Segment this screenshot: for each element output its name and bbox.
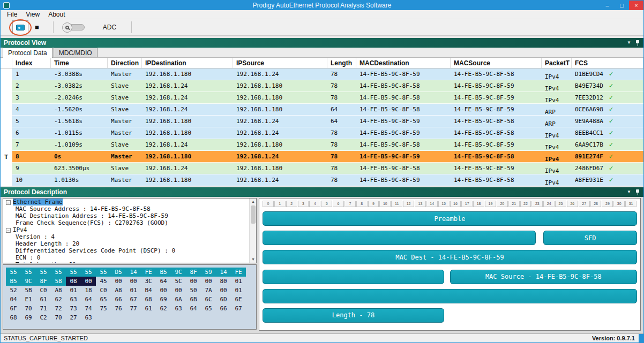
hex-byte[interactable]: 62 — [51, 295, 66, 304]
hex-byte[interactable]: 68 — [6, 313, 21, 322]
hex-byte[interactable]: 6C — [201, 295, 216, 304]
hex-byte[interactable]: 00 — [111, 277, 126, 286]
hex-byte[interactable]: 5C — [171, 277, 186, 286]
hex-byte[interactable]: C2 — [36, 313, 51, 322]
hex-byte[interactable]: 6F — [6, 304, 21, 313]
hex-byte[interactable]: 64 — [186, 304, 201, 313]
hex-byte[interactable]: 64 — [81, 295, 96, 304]
field-bar[interactable]: MAC Source - 14-FE-B5-9C-8F-58 — [450, 270, 638, 284]
hex-byte[interactable]: 55 — [66, 268, 81, 277]
table-row[interactable]: 6-1.0115sMaster192.168.1.180192.168.1.24… — [1, 127, 643, 139]
hex-byte[interactable]: 27 — [66, 313, 81, 322]
menu-about[interactable]: About — [44, 10, 69, 19]
hex-byte[interactable]: 63 — [81, 313, 96, 322]
tree-item[interactable]: −IPv4 — [3, 226, 256, 233]
hex-byte[interactable]: 59 — [201, 268, 216, 277]
collapse-arrow-icon[interactable]: ▼ — [627, 187, 631, 197]
tab-mdc-mdio[interactable]: MDC/MDIO — [54, 48, 98, 57]
table-row[interactable]: 5-1.5618sMaster192.168.1.180192.168.1.24… — [1, 116, 643, 127]
start-capture-button[interactable] — [12, 20, 28, 34]
hex-byte[interactable]: C0 — [36, 286, 51, 295]
pin-icon[interactable] — [635, 189, 640, 196]
hex-byte[interactable]: 76 — [111, 304, 126, 313]
hex-byte[interactable]: 77 — [126, 304, 141, 313]
hex-byte[interactable]: 67 — [126, 295, 141, 304]
adc-button[interactable]: ADC — [103, 24, 116, 31]
menu-view[interactable]: View — [21, 10, 44, 19]
hex-byte[interactable]: 6B — [186, 295, 201, 304]
column-header-ipdestination[interactable]: IPDestination — [142, 58, 233, 68]
tree-item[interactable]: ECN : 0 — [3, 254, 256, 261]
tree-item[interactable]: MAC Source Address : 14-FE-B5-9C-8F-58 — [3, 205, 256, 212]
hex-byte[interactable]: 00 — [186, 277, 201, 286]
hex-byte[interactable]: 70 — [51, 313, 66, 322]
hex-byte[interactable]: 9C — [171, 268, 186, 277]
hex-byte[interactable]: 00 — [171, 286, 186, 295]
tree-item[interactable]: Header Length : 20 — [3, 240, 256, 247]
hex-byte[interactable]: 08 — [66, 277, 81, 286]
hex-byte[interactable]: 01 — [231, 277, 246, 286]
hex-byte[interactable]: 55 — [21, 268, 36, 277]
hex-byte[interactable]: B5 — [156, 268, 171, 277]
table-row[interactable]: 4-1.5620sSlave192.168.1.24192.168.1.1806… — [1, 104, 643, 116]
hex-byte[interactable]: B4 — [141, 286, 156, 295]
column-header-macdestination[interactable]: MACDestination — [356, 58, 451, 68]
hex-byte[interactable]: 71 — [36, 304, 51, 313]
hex-byte[interactable]: 00 — [156, 286, 171, 295]
hex-byte[interactable]: 18 — [81, 286, 96, 295]
hex-byte[interactable]: 63 — [66, 295, 81, 304]
tree-item[interactable]: MAC Destination Address : 14-FE-B5-9C-8F… — [3, 212, 256, 219]
hex-byte[interactable]: 68 — [141, 295, 156, 304]
tree-expander-icon[interactable]: − — [6, 200, 11, 205]
hex-byte[interactable]: 8F — [186, 268, 201, 277]
close-button[interactable]: × — [629, 1, 643, 10]
hex-byte[interactable]: 64 — [156, 277, 171, 286]
hex-byte[interactable]: 73 — [66, 304, 81, 313]
hex-byte[interactable]: 01 — [66, 286, 81, 295]
hex-byte[interactable]: 55 — [36, 268, 51, 277]
tree-item[interactable]: Differentiated Services Code Point (DSCP… — [3, 247, 256, 254]
hex-byte[interactable]: 74 — [81, 304, 96, 313]
scroll-down-icon[interactable]: ▼ — [250, 256, 257, 263]
hex-byte[interactable]: 69 — [21, 313, 36, 322]
field-bar[interactable]: Preamble — [263, 211, 637, 226]
hex-byte[interactable]: 14 — [216, 268, 231, 277]
hex-byte[interactable]: C0 — [96, 286, 111, 295]
hex-byte[interactable]: D5 — [111, 268, 126, 277]
hex-byte[interactable]: 55 — [51, 268, 66, 277]
hex-byte[interactable]: 04 — [6, 295, 21, 304]
column-header-ipsource[interactable]: IPSource — [233, 58, 327, 68]
tab-protocol-data[interactable]: Protocol Data — [3, 48, 53, 58]
column-header-fcs[interactable]: FCS — [572, 58, 643, 68]
hex-byte[interactable]: 63 — [171, 304, 186, 313]
stop-capture-button[interactable]: ■ — [35, 20, 39, 34]
hex-byte[interactable]: 00 — [126, 277, 141, 286]
hex-byte[interactable]: 00 — [216, 286, 231, 295]
zoom-slider[interactable] — [63, 24, 85, 31]
field-bar[interactable]: MAC Dest - 14-FE-B5-9C-8F-59 — [263, 250, 637, 264]
hex-byte[interactable]: 00 — [201, 277, 216, 286]
zoom-slider-track[interactable] — [63, 24, 85, 31]
zoom-slider-knob[interactable] — [62, 22, 72, 33]
field-bar[interactable]: Length - 78 — [263, 308, 444, 323]
hex-byte[interactable]: 6E — [231, 295, 246, 304]
column-header-packett[interactable]: PacketT — [542, 58, 572, 68]
hex-byte[interactable]: 62 — [156, 304, 171, 313]
hex-byte[interactable]: 55 — [96, 268, 111, 277]
table-row[interactable]: 9623.3500µsSlave192.168.1.24192.168.1.18… — [1, 163, 643, 174]
hex-byte[interactable]: 65 — [96, 295, 111, 304]
pin-icon[interactable] — [635, 40, 640, 47]
hex-byte[interactable]: 55 — [81, 268, 96, 277]
hex-byte[interactable]: 50 — [186, 286, 201, 295]
hex-byte[interactable]: 6A — [171, 295, 186, 304]
tree-scrollbar[interactable]: ▲ ▼ — [249, 199, 256, 263]
hex-byte[interactable]: 66 — [111, 295, 126, 304]
tree-expander-icon[interactable]: − — [6, 228, 11, 233]
collapse-arrow-icon[interactable]: ▼ — [627, 38, 631, 48]
hex-byte[interactable]: 65 — [201, 304, 216, 313]
hex-byte[interactable]: 7A — [201, 286, 216, 295]
hex-byte[interactable]: 69 — [156, 295, 171, 304]
hex-byte[interactable]: 3C — [141, 277, 156, 286]
hex-byte[interactable]: 00 — [81, 277, 96, 286]
column-header-macsource[interactable]: MACSource — [451, 58, 542, 68]
